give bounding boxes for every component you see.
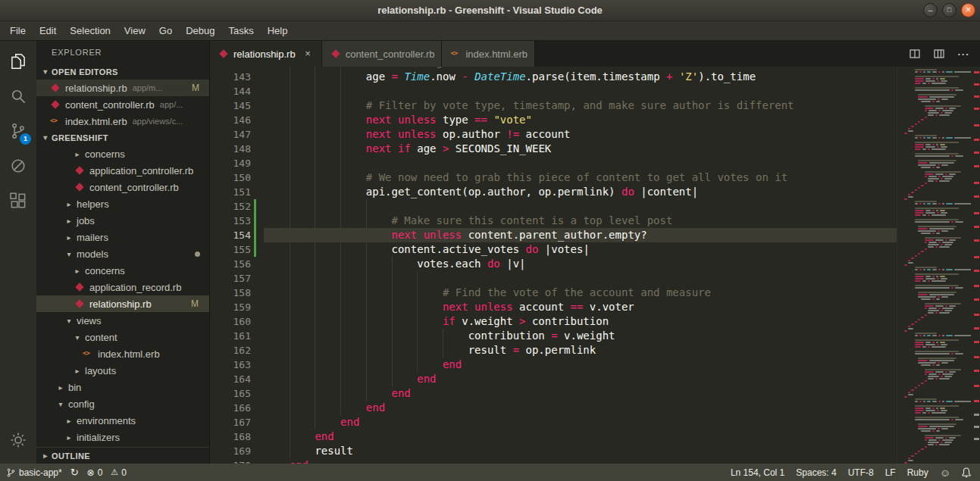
more-actions-button[interactable] — [957, 48, 969, 60]
code-line-content[interactable]: end — [264, 386, 897, 401]
tree-item-bin[interactable]: bin — [36, 379, 209, 395]
code-line-content[interactable]: end — [264, 458, 897, 464]
tree-item-relationship-rb[interactable]: relationship.rbM — [36, 295, 209, 312]
code-line-content[interactable]: result = op.permlink — [264, 343, 897, 358]
code-line-content[interactable]: end — [264, 372, 897, 386]
open-editors-header[interactable]: OPEN EDITORS — [36, 64, 209, 80]
code-line-content[interactable] — [264, 156, 897, 170]
code-line-content[interactable]: # Make sure this content is a top level … — [264, 214, 897, 228]
overview-ruler-mark — [974, 298, 979, 301]
project-header[interactable]: GREENSHIFT — [36, 130, 209, 145]
toggle-layout-button[interactable] — [933, 48, 945, 60]
menu-item-edit[interactable]: Edit — [33, 21, 63, 41]
activity-debug[interactable] — [0, 148, 36, 183]
tree-item-application-controller-rb[interactable]: application_controller.rb — [36, 162, 209, 179]
code-line-content[interactable]: # Filter by vote type, timestamp, and ma… — [264, 98, 897, 113]
menu-item-selection[interactable]: Selection — [63, 21, 117, 41]
tree-item-layouts[interactable]: layouts — [36, 362, 209, 379]
menu-item-view[interactable]: View — [117, 21, 152, 41]
code-line-content[interactable]: next unless type == "vote" — [264, 113, 897, 127]
maximize-button[interactable] — [942, 3, 957, 17]
close-icon[interactable] — [302, 48, 315, 61]
minimap[interactable] — [897, 67, 980, 464]
file-name: views — [77, 315, 102, 326]
menu-item-tasks[interactable]: Tasks — [221, 21, 260, 41]
code-line-content[interactable]: end — [264, 358, 897, 372]
code-line-content[interactable]: # Find the vote of the account and measu… — [264, 286, 897, 300]
code-line-content[interactable] — [264, 271, 897, 286]
activity-explorer[interactable] — [0, 44, 36, 79]
code-line-content[interactable]: votes.each do |v| — [264, 257, 897, 271]
encoding-setting[interactable]: UTF-8 — [848, 467, 874, 478]
indentation-setting[interactable]: Spaces: 4 — [796, 467, 836, 478]
sync-button[interactable] — [70, 467, 79, 478]
code-line-content[interactable] — [264, 84, 897, 98]
code-line-content[interactable]: age = Time.now - DateTime.parse(item.tim… — [264, 70, 897, 84]
minimap-token — [937, 146, 939, 148]
minimap-token — [935, 444, 938, 445]
tree-item-content-controller-rb[interactable]: content_controller.rb — [36, 179, 209, 195]
tab-index-html-erb[interactable]: index.html.erb — [442, 41, 535, 67]
code-line-content[interactable]: next unless content.parent_author.empty? — [264, 228, 897, 242]
tree-item-helpers[interactable]: helpers — [36, 195, 209, 212]
code-line-content[interactable]: api.get_content(op.author, op.permlink) … — [264, 185, 897, 199]
open-editor-content-controller-rb[interactable]: content_controller.rbapp/... — [36, 96, 209, 113]
tree-item-models[interactable]: models — [36, 245, 209, 262]
indent-guide — [392, 314, 418, 329]
tab-content-controller-rb[interactable]: content_controller.rb — [322, 41, 443, 67]
language-mode[interactable]: Ruby — [907, 467, 928, 478]
indent-guide — [315, 300, 340, 314]
activity-source-control[interactable]: 1 — [0, 114, 36, 148]
code-area[interactable]: 142# Get the age of this item143age = Ti… — [210, 67, 897, 464]
notifications-button[interactable] — [962, 467, 971, 478]
problems-errors[interactable]: 0 — [87, 467, 103, 478]
code-line-content[interactable]: result — [264, 444, 897, 458]
code-line-content[interactable]: if v.weight > contribution — [264, 314, 897, 329]
code-line-content[interactable]: next unless account == v.voter — [264, 300, 897, 314]
git-branch-status[interactable]: basic-app* — [6, 467, 62, 478]
tree-item-jobs[interactable]: jobs — [36, 212, 209, 229]
code-line-content[interactable] — [264, 199, 897, 214]
code-line-content[interactable]: end — [264, 401, 897, 415]
code-token: account — [519, 127, 570, 142]
minimize-button[interactable] — [923, 3, 938, 17]
outline-header[interactable]: OUTLINE — [36, 447, 209, 464]
open-editor-relationship-rb[interactable]: relationship.rbapp/m...M — [36, 80, 209, 96]
menu-item-go[interactable]: Go — [152, 21, 179, 41]
menu-item-debug[interactable]: Debug — [179, 21, 221, 41]
code-line-content[interactable]: end — [264, 429, 897, 444]
cursor-position[interactable]: Ln 154, Col 1 — [731, 467, 784, 478]
tree-item-index-html-erb[interactable]: index.html.erb — [36, 345, 209, 362]
activity-settings[interactable] — [0, 423, 36, 458]
code-line-content[interactable]: # We now need to grab this piece of cont… — [264, 170, 897, 185]
problems-warnings[interactable]: 0 — [111, 467, 127, 478]
code-line-content[interactable]: end — [264, 415, 897, 429]
tree-item-application-record-rb[interactable]: application_record.rb — [36, 279, 209, 295]
minimap-token — [915, 201, 938, 202]
activity-search[interactable] — [0, 79, 36, 114]
minimap-token — [941, 278, 947, 280]
tree-item-concerns[interactable]: concerns — [36, 262, 209, 279]
code-line-content[interactable]: content.active_votes do |votes| — [264, 242, 897, 257]
tab-relationship-rb[interactable]: relationship.rb — [210, 41, 322, 67]
menu-item-help[interactable]: Help — [261, 21, 295, 41]
code-line-content[interactable]: next unless op.author != account — [264, 127, 897, 142]
split-editor-button[interactable] — [909, 48, 921, 60]
tree-item-concerns[interactable]: concerns — [36, 145, 209, 162]
tree-item-views[interactable]: views — [36, 312, 209, 329]
code-line-content[interactable]: contribution = v.weight — [264, 329, 897, 343]
close-button[interactable] — [961, 3, 975, 17]
tree-item-content[interactable]: content — [36, 329, 209, 345]
tree-item-mailers[interactable]: mailers — [36, 229, 209, 245]
tree-item-initializers[interactable]: initializers — [36, 429, 209, 445]
eol-setting[interactable]: LF — [885, 467, 896, 478]
minimap-token — [925, 276, 931, 277]
tree-item-environments[interactable]: environments — [36, 412, 209, 429]
code-line: 150# We now need to grab this piece of c… — [210, 170, 897, 185]
tree-item-config[interactable]: config — [36, 395, 209, 412]
open-editor-index-html-erb[interactable]: index.html.erbapp/views/c... — [36, 113, 209, 130]
activity-extensions[interactable] — [0, 183, 36, 218]
menu-item-file[interactable]: File — [3, 21, 33, 41]
feedback-button[interactable] — [940, 467, 950, 479]
code-line-content[interactable]: next if age > SECONDS_IN_WEEK — [264, 142, 897, 156]
